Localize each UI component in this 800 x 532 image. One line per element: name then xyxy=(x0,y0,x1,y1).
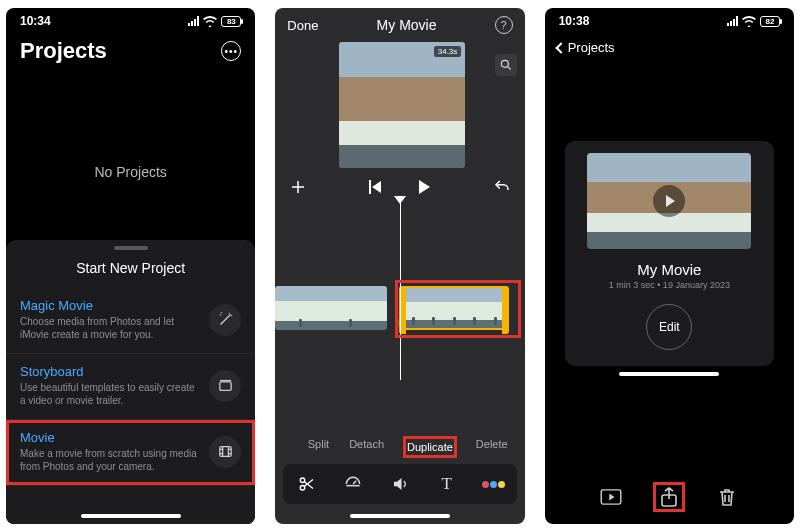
status-time: 10:34 xyxy=(20,14,51,28)
svg-point-3 xyxy=(300,478,305,483)
status-bar: 10:34 83 xyxy=(6,8,255,34)
zoom-button[interactable] xyxy=(495,54,517,76)
status-indicators: 82 xyxy=(727,16,780,27)
trash-button[interactable] xyxy=(711,482,743,512)
clip-action-bar: Split Detach Duplicate Delete xyxy=(275,430,524,460)
storyboard-icon xyxy=(209,370,241,402)
screen-editor: Done My Movie ? 34.3s xyxy=(275,8,524,524)
preview-area: 34.3s xyxy=(275,42,524,174)
home-indicator[interactable] xyxy=(350,514,450,518)
project-title: My Movie xyxy=(637,261,701,278)
cellular-icon xyxy=(188,16,199,26)
back-button[interactable]: Projects xyxy=(545,34,794,61)
option-title: Movie xyxy=(20,430,199,445)
project-meta: 1 min 3 sec • 19 January 2023 xyxy=(609,280,730,290)
home-indicator[interactable] xyxy=(81,514,181,518)
screen-projects: 10:34 83 Projects ••• No Projects Start … xyxy=(6,8,255,524)
editor-title: My Movie xyxy=(377,17,437,33)
status-bar: 10:38 82 xyxy=(545,8,794,34)
playhead-line[interactable] xyxy=(400,198,402,380)
project-thumbnail[interactable] xyxy=(587,153,751,249)
scissors-icon[interactable] xyxy=(293,470,321,498)
option-magic-movie[interactable]: Magic Movie Choose media from Photos and… xyxy=(6,288,255,354)
wifi-icon xyxy=(203,16,217,27)
split-action[interactable]: Split xyxy=(307,436,330,458)
back-label: Projects xyxy=(568,40,615,55)
option-title: Storyboard xyxy=(20,364,199,379)
playback-controls xyxy=(275,174,524,198)
project-toolbar xyxy=(545,482,794,512)
battery-icon: 83 xyxy=(221,16,241,27)
share-button[interactable] xyxy=(653,482,685,512)
more-button[interactable]: ••• xyxy=(221,41,241,61)
speed-icon[interactable] xyxy=(339,470,367,498)
done-button[interactable]: Done xyxy=(287,18,318,33)
cellular-icon xyxy=(727,16,738,26)
option-desc: Make a movie from scratch using media fr… xyxy=(20,447,199,473)
battery-level: 82 xyxy=(760,16,780,27)
wifi-icon xyxy=(742,16,756,27)
video-preview[interactable]: 34.3s xyxy=(339,42,465,168)
sheet-grabber[interactable] xyxy=(114,246,148,250)
duplicate-action[interactable]: Duplicate xyxy=(403,436,457,458)
svg-rect-0 xyxy=(220,382,231,391)
play-rect-button[interactable] xyxy=(595,482,627,512)
battery-level: 83 xyxy=(221,16,241,27)
chevron-left-icon xyxy=(555,42,566,53)
sheet-title: Start New Project xyxy=(6,254,255,288)
volume-icon[interactable] xyxy=(386,470,414,498)
option-desc: Use beautiful templates to easily create… xyxy=(20,381,199,407)
svg-point-4 xyxy=(300,486,305,491)
option-desc: Choose media from Photos and let iMovie … xyxy=(20,315,199,341)
start-project-sheet: Start New Project Magic Movie Choose med… xyxy=(6,240,255,524)
status-time: 10:38 xyxy=(559,14,590,28)
svg-point-2 xyxy=(501,60,508,67)
editor-header: Done My Movie ? xyxy=(275,8,524,42)
play-overlay-icon xyxy=(653,185,685,217)
detach-action[interactable]: Detach xyxy=(348,436,385,458)
svg-rect-1 xyxy=(220,447,231,457)
undo-button[interactable] xyxy=(491,178,513,196)
no-projects-label: No Projects xyxy=(6,72,255,240)
film-icon xyxy=(209,436,241,468)
filters-icon[interactable] xyxy=(479,470,507,498)
add-media-button[interactable] xyxy=(287,178,309,196)
delete-action[interactable]: Delete xyxy=(475,436,509,458)
screen-project-detail: 10:38 82 Projects My Movie 1 min 3 sec •… xyxy=(545,8,794,524)
home-indicator[interactable] xyxy=(619,372,719,376)
project-card: My Movie 1 min 3 sec • 19 January 2023 E… xyxy=(565,141,774,366)
page-title: Projects xyxy=(20,38,107,64)
edit-label: Edit xyxy=(659,320,680,334)
option-title: Magic Movie xyxy=(20,298,199,313)
duration-badge: 34.3s xyxy=(434,46,462,57)
editor-toolbar: T xyxy=(283,464,516,504)
option-storyboard[interactable]: Storyboard Use beautiful templates to ea… xyxy=(6,354,255,420)
skip-start-button[interactable] xyxy=(364,180,386,194)
edit-button[interactable]: Edit xyxy=(646,304,692,350)
header: Projects ••• xyxy=(6,34,255,72)
status-indicators: 83 xyxy=(188,16,241,27)
timeline-clip[interactable] xyxy=(275,286,387,330)
magic-wand-icon xyxy=(209,304,241,336)
play-button[interactable] xyxy=(414,180,436,194)
timeline-clip-selected[interactable] xyxy=(401,286,507,330)
option-movie[interactable]: Movie Make a movie from scratch using me… xyxy=(6,420,255,486)
help-button[interactable]: ? xyxy=(495,16,513,34)
battery-icon: 82 xyxy=(760,16,780,27)
text-icon[interactable]: T xyxy=(433,470,461,498)
